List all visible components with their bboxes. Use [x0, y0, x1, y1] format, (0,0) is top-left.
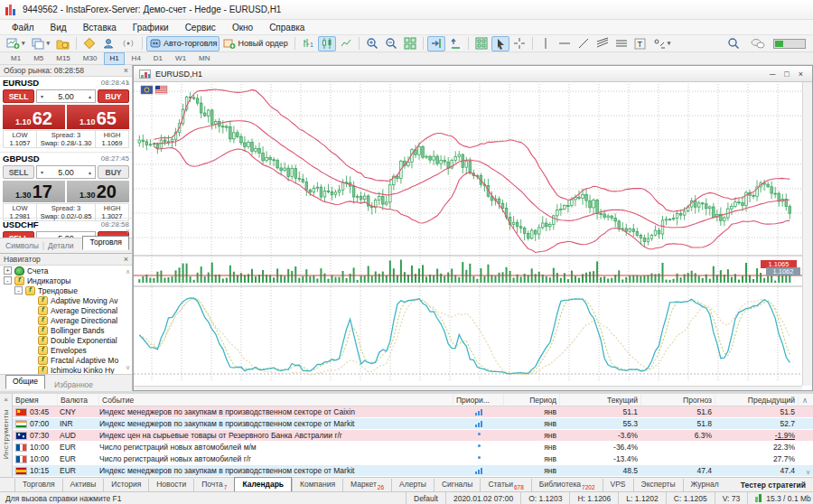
timeframe-button[interactable]: W1	[170, 52, 192, 65]
menu-item[interactable]: Справка	[261, 22, 313, 33]
bottom-tab[interactable]: Активы	[62, 479, 104, 491]
profile-segment[interactable]: Default	[406, 492, 445, 504]
bottom-tab[interactable]: VPS	[603, 479, 633, 491]
new-chart-button[interactable]: ▾	[4, 36, 28, 51]
indicators-list-button[interactable]	[472, 36, 491, 51]
community-button[interactable]	[99, 36, 117, 51]
column-previous[interactable]: Предыдущий	[715, 394, 799, 406]
tab-common[interactable]: Общие	[5, 375, 45, 389]
tab-details[interactable]: Детали	[48, 241, 73, 250]
scroll-up-icon[interactable]: ∧	[126, 79, 130, 87]
menu-item[interactable]: Окно	[224, 22, 261, 33]
menu-item[interactable]: Графики	[125, 22, 177, 33]
volume-increase-icon[interactable]: ▴	[85, 169, 95, 175]
tree-toggle[interactable]: -	[4, 276, 12, 285]
volume-decrease-icon[interactable]: ▾	[37, 169, 47, 175]
chart-shift-button[interactable]	[446, 36, 464, 51]
column-time[interactable]: Время	[13, 394, 58, 406]
timeframe-button[interactable]: H1	[104, 52, 124, 65]
scroll-down-icon[interactable]: ∨	[126, 364, 130, 371]
chart-area[interactable]: 1.10651.1062	[134, 82, 812, 390]
bottom-tab[interactable]: Библиотека7202	[531, 479, 603, 491]
strategy-tester-label[interactable]: Тестер стратегий	[734, 479, 813, 491]
market-watch-button[interactable]	[80, 36, 98, 51]
bottom-tab[interactable]: Календарь	[234, 477, 292, 491]
column-priority[interactable]: Приори...	[453, 394, 504, 406]
trendline-button[interactable]	[575, 36, 593, 51]
bar-chart-mode-button[interactable]: 1	[299, 36, 317, 51]
quote-panel-gbpusd[interactable]: GBPUSD 08:27:45 SELL ▾5.00▴ BUY 1.3017 1…	[0, 153, 132, 219]
tree-node[interactable]: - Трендовые	[0, 285, 132, 295]
column-actual[interactable]: Текущий	[560, 394, 641, 406]
tab-symbols[interactable]: Символы	[5, 241, 39, 250]
timeframe-button[interactable]: M30	[78, 52, 103, 65]
scroll-down-icon[interactable]: ∨	[806, 469, 810, 476]
column-currency[interactable]: Валюта	[58, 394, 99, 406]
tree-toggle[interactable]: +	[4, 266, 12, 275]
new-order-button[interactable]: Новый ордер	[220, 36, 290, 51]
column-event[interactable]: Событие	[99, 394, 453, 406]
horizontal-line-button[interactable]	[556, 36, 574, 51]
tab-favorites[interactable]: Избранное	[54, 380, 93, 389]
calendar-row[interactable]: 07:30 AUD Индекс цен на сырьевые товары …	[13, 430, 813, 442]
timeframe-button[interactable]: D1	[148, 52, 168, 65]
cursor-button[interactable]	[491, 36, 509, 51]
calendar-row[interactable]: 10:15 EUR Индекс менеджеров по закупкам …	[13, 465, 813, 477]
toolbox-side-tab[interactable]: Инструменты	[2, 409, 10, 459]
channels-button[interactable]	[612, 36, 631, 51]
autoscroll-button[interactable]	[427, 36, 445, 51]
tree-node[interactable]: Envelopes	[0, 345, 132, 355]
timeframe-button[interactable]: MN	[193, 52, 215, 65]
buy-button[interactable]: BUY	[98, 165, 129, 179]
vertical-line-button[interactable]	[537, 36, 555, 51]
search-button[interactable]	[724, 36, 743, 51]
line-chart-mode-button[interactable]	[337, 36, 355, 51]
chart-vertical-scrollbar[interactable]	[802, 82, 812, 386]
ask-price[interactable]: 1.1065	[67, 105, 129, 129]
volume-stepper[interactable]: ▾5.00▴	[36, 165, 96, 179]
tree-node[interactable]: Fractal Adaptive Mo	[0, 355, 132, 365]
bottom-tab[interactable]: Почта7	[193, 479, 234, 491]
chart-window-titlebar[interactable]: EURUSD,H1 ─ □ ×	[134, 66, 812, 82]
autotrading-button[interactable]: Авто-торговля	[146, 36, 220, 51]
calendar-row[interactable]: 10:00 EUR Число регистраций новых автомо…	[13, 442, 813, 453]
bottom-tab[interactable]: Новости	[148, 479, 193, 491]
menu-item[interactable]: Вид	[42, 22, 75, 33]
bottom-tab[interactable]: Журнал	[683, 479, 726, 491]
market-watch-header[interactable]: Обзор рынка: 08:28:58 ×	[0, 65, 132, 77]
bottom-tab[interactable]: Компания	[292, 479, 342, 491]
ask-price[interactable]: 1.3020	[67, 181, 129, 202]
timeframe-button[interactable]: M1	[5, 52, 26, 65]
profiles-button[interactable]: ▾	[29, 36, 53, 51]
bottom-tab[interactable]: Сигналы	[434, 479, 480, 491]
tree-node[interactable]: Adaptive Moving Av	[0, 295, 132, 305]
symbol-name[interactable]: USDCHF	[3, 219, 39, 229]
tree-toggle[interactable]: -	[14, 286, 23, 294]
calendar-row[interactable]: 03:45 CNY Индекс менеджеров по закупкам …	[13, 406, 813, 418]
symbol-name[interactable]: EURUSD	[3, 78, 39, 88]
menu-item[interactable]: Файл	[4, 22, 42, 33]
tree-node[interactable]: - Индикаторы	[0, 275, 132, 285]
bottom-tab[interactable]: История	[103, 479, 148, 491]
volume-increase-icon[interactable]: ▴	[85, 93, 95, 99]
history-center-button[interactable]	[53, 36, 72, 51]
bottom-tab[interactable]: Алерты	[391, 479, 434, 491]
bottom-tab[interactable]: Эксперты	[633, 479, 683, 491]
arrows-objects-button[interactable]: ▾	[650, 36, 674, 51]
zoom-in-button[interactable]	[363, 36, 381, 51]
scroll-down-icon[interactable]: ∨	[126, 228, 130, 235]
tree-node[interactable]: Average Directional	[0, 305, 132, 315]
scroll-up-icon[interactable]: ∧	[126, 268, 130, 275]
timeframe-button[interactable]: H4	[126, 52, 146, 65]
menu-item[interactable]: Вставка	[75, 22, 125, 33]
sell-button[interactable]: SELL	[3, 89, 34, 103]
tree-node[interactable]: Average Directional	[0, 315, 132, 325]
scroll-up-icon[interactable]: ∧	[799, 394, 811, 406]
signal-broadcast-button[interactable]	[118, 36, 138, 51]
minimize-button[interactable]: ─	[770, 70, 775, 79]
bid-price[interactable]: 1.3017	[3, 181, 65, 202]
tile-windows-button[interactable]	[401, 36, 419, 51]
tree-node[interactable]: + Счета	[0, 266, 132, 275]
column-forecast[interactable]: Прогноз	[641, 394, 715, 406]
zoom-out-button[interactable]	[382, 36, 400, 51]
